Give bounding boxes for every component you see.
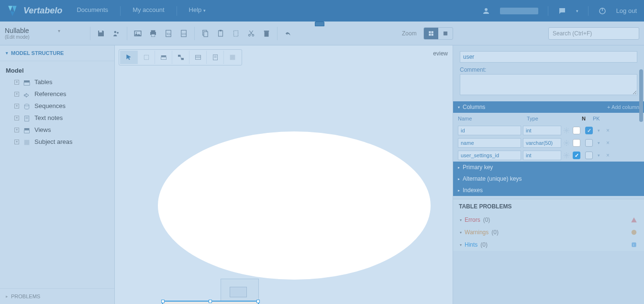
expand-icon[interactable]: + xyxy=(14,116,19,120)
delete-column-icon[interactable]: × xyxy=(606,140,613,146)
nav-right: ▾ Log out xyxy=(482,6,637,16)
problems-header[interactable]: PROBLEMS xyxy=(0,288,114,304)
nav-my-account[interactable]: My account xyxy=(133,6,164,16)
nullable-checkbox[interactable] xyxy=(573,139,580,147)
expand-icon[interactable]: + xyxy=(14,104,19,109)
save-icon[interactable] xyxy=(94,27,108,40)
tree-item[interactable]: + Text notes xyxy=(0,112,114,124)
db-table-user[interactable]: user id int PK name varchar(50) user_set… xyxy=(163,301,258,304)
view-tool-icon[interactable] xyxy=(189,51,206,64)
user-icon[interactable] xyxy=(482,7,490,15)
selection-handle[interactable] xyxy=(256,300,260,303)
tooltip-drag-handle[interactable] xyxy=(315,22,324,26)
note-tool-icon[interactable] xyxy=(206,51,223,64)
column-type-input[interactable] xyxy=(523,126,561,135)
undo-icon[interactable] xyxy=(281,27,295,40)
top-nav: Vertabelo Documents My account Help ▾ ▾ … xyxy=(0,0,644,22)
gear-icon[interactable] xyxy=(563,152,570,159)
tree-icon xyxy=(23,115,31,121)
svg-point-35 xyxy=(24,104,29,106)
expand-icon[interactable]: + xyxy=(14,128,19,132)
nav-help[interactable]: Help ▾ xyxy=(189,6,206,16)
tree-icon xyxy=(23,139,31,145)
svg-marker-1 xyxy=(12,6,17,12)
delete-icon[interactable] xyxy=(260,27,273,40)
delete-column-icon[interactable]: × xyxy=(606,127,613,134)
add-column-button[interactable]: + Add column xyxy=(607,104,639,110)
table-name-input[interactable] xyxy=(460,51,637,63)
column-name-input[interactable] xyxy=(458,126,521,135)
area-tool-icon[interactable] xyxy=(223,51,241,64)
logout-link[interactable]: Log out xyxy=(616,7,637,14)
expand-icon[interactable]: + xyxy=(14,80,19,85)
pk-checkbox[interactable] xyxy=(585,127,593,134)
gear-icon[interactable] xyxy=(563,127,570,134)
preview-button[interactable]: eview xyxy=(433,50,448,57)
reorder-icon[interactable]: ▾ xyxy=(598,141,604,145)
document-title-dropdown[interactable]: Nullable▾ (Edit mode) xyxy=(5,27,86,40)
image-export-icon[interactable] xyxy=(131,27,144,40)
svg-rect-26 xyxy=(265,32,269,37)
svg-text:DOC: DOC xyxy=(182,33,187,35)
nullable-checkbox[interactable] xyxy=(573,152,580,159)
nav-documents[interactable]: Documents xyxy=(77,6,108,16)
reference-tool-icon[interactable] xyxy=(172,51,189,64)
search-input[interactable]: Search (Ctrl+F) xyxy=(548,27,639,40)
tree-root-model[interactable]: Model xyxy=(0,65,114,76)
primary-key-section[interactable]: Primary key xyxy=(453,162,644,173)
delete-column-icon[interactable]: × xyxy=(606,152,613,159)
marquee-tool-icon[interactable] xyxy=(137,51,155,64)
svg-point-57 xyxy=(566,130,567,131)
pointer-tool-icon[interactable] xyxy=(120,51,137,64)
sql-export-icon[interactable]: SQL xyxy=(162,27,175,40)
svg-rect-18 xyxy=(204,32,208,37)
diagram-canvas[interactable]: eview user id int PK name varchar(50) us… xyxy=(115,45,453,304)
pk-checkbox[interactable] xyxy=(585,139,593,147)
nullable-checkbox[interactable] xyxy=(573,127,580,134)
paste-special-icon[interactable] xyxy=(229,27,243,40)
tree-item[interactable]: + References xyxy=(0,88,114,100)
reorder-icon[interactable]: ▾ xyxy=(598,153,604,158)
column-type-input[interactable] xyxy=(523,151,561,160)
tree-item[interactable]: + Subject areas xyxy=(0,136,114,148)
svg-rect-19 xyxy=(219,31,223,36)
view-grid-icon[interactable] xyxy=(424,28,438,39)
column-name-input[interactable] xyxy=(458,138,521,148)
selection-handle[interactable] xyxy=(161,300,165,303)
columns-section-header[interactable]: Columns + Add column xyxy=(453,101,644,113)
brand-logo[interactable]: Vertabelo xyxy=(7,5,62,17)
tree-item[interactable]: + Sequences xyxy=(0,100,114,112)
warning-icon xyxy=(631,229,637,236)
gear-icon[interactable] xyxy=(563,140,570,146)
view-single-icon[interactable] xyxy=(438,28,453,39)
warnings-row[interactable]: Warnings (0) xyxy=(453,226,644,239)
column-type-input[interactable] xyxy=(523,138,561,148)
reorder-icon[interactable]: ▾ xyxy=(598,128,604,133)
indexes-section[interactable]: Indexes xyxy=(453,185,644,199)
tree-item-label: Sequences xyxy=(34,102,66,109)
tree-item[interactable]: + Tables xyxy=(0,76,114,88)
model-tree: Model + Tables + References + Sequences … xyxy=(0,61,114,288)
expand-icon[interactable]: + xyxy=(14,92,19,97)
column-name-input[interactable] xyxy=(458,151,521,160)
share-icon[interactable] xyxy=(110,27,123,40)
scrollbar-thumb[interactable] xyxy=(639,69,643,122)
print-icon[interactable] xyxy=(146,27,160,40)
errors-row[interactable]: Errors (0) xyxy=(453,214,644,226)
table-tool-icon[interactable] xyxy=(155,51,172,64)
minimap[interactable] xyxy=(221,279,259,304)
tree-item[interactable]: + Views xyxy=(0,124,114,136)
expand-icon[interactable]: + xyxy=(14,140,19,144)
copy-icon[interactable] xyxy=(199,27,212,40)
chevron-down-icon: ▾ xyxy=(58,28,60,33)
chat-icon[interactable] xyxy=(558,7,566,15)
doc-export-icon[interactable]: DOC xyxy=(177,27,190,40)
comment-textarea[interactable] xyxy=(460,74,637,95)
cut-icon[interactable] xyxy=(244,27,258,40)
paste-icon[interactable] xyxy=(214,27,227,40)
model-structure-header[interactable]: MODEL STRUCTURE xyxy=(0,45,114,61)
selection-handle[interactable] xyxy=(209,300,212,303)
hints-row[interactable]: Hints (0)i xyxy=(453,239,644,251)
pk-checkbox[interactable] xyxy=(585,152,593,159)
alternate-keys-section[interactable]: Alternate (unique) keys xyxy=(453,173,644,185)
